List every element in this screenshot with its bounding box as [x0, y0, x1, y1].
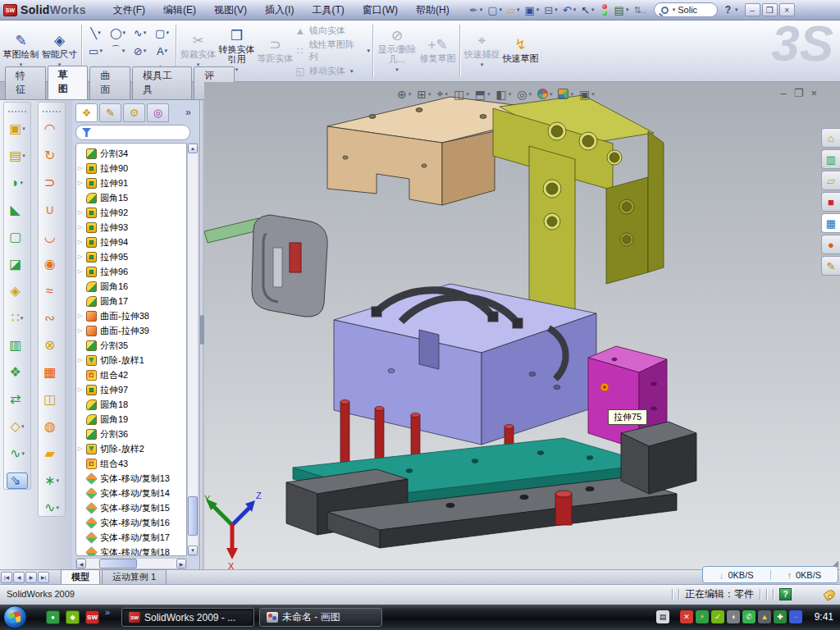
- expand-arrow-icon[interactable]: [78, 268, 86, 275]
- volume-icon[interactable]: ◖: [727, 610, 740, 623]
- start-button[interactable]: [3, 605, 27, 629]
- feature-tree-item[interactable]: 曲面-拉伸39: [76, 323, 186, 338]
- feature-tree-item[interactable]: 圆角19: [76, 412, 186, 427]
- model-assembly[interactable]: Y Z X: [204, 82, 840, 569]
- doc-close-button[interactable]: ×: [810, 87, 817, 99]
- minimize-button[interactable]: –: [745, 3, 760, 16]
- scroll-left-button[interactable]: ◀: [76, 559, 86, 568]
- custom-properties-tab[interactable]: ✎: [821, 256, 840, 276]
- security-alert-icon[interactable]: ✕: [680, 610, 693, 623]
- tag-icon[interactable]: [823, 588, 836, 601]
- wrap-icon[interactable]: ◠ ▾: [44, 121, 59, 137]
- edit-appearance-icon[interactable]: ▾: [537, 89, 553, 99]
- quick-tips-button[interactable]: ?: [779, 588, 792, 600]
- panel-splitter[interactable]: [200, 100, 204, 569]
- expand-arrow-icon[interactable]: [78, 239, 86, 245]
- misc-tool-icon[interactable]: ⇅..: [631, 5, 648, 16]
- expand-arrow-icon[interactable]: [78, 386, 86, 393]
- expand-arrow-icon[interactable]: [78, 357, 86, 363]
- boundary-icon[interactable]: ◡ ▾: [44, 229, 59, 245]
- spline-tool-icon[interactable]: ∿ ▾: [44, 500, 59, 516]
- pin-icon[interactable]: ✒ ▾: [467, 4, 485, 16]
- instant3d-icon[interactable]: ⇘ ▾: [7, 472, 28, 489]
- feature-tree-item[interactable]: 组合42: [76, 368, 186, 382]
- feature-tree-item[interactable]: 圆角16: [76, 279, 186, 294]
- menu-item[interactable]: 工具(T): [303, 1, 353, 20]
- design-checker-icon[interactable]: [601, 4, 608, 16]
- options-list-icon[interactable]: ▤ ▾: [612, 4, 632, 16]
- menu-item[interactable]: 窗口(W): [354, 1, 407, 20]
- expand-arrow-icon[interactable]: [78, 253, 86, 260]
- menu-item[interactable]: 编辑(E): [154, 1, 205, 20]
- feature-tree-item[interactable]: 拉伸93: [76, 220, 186, 235]
- feature-tree-item[interactable]: 拉伸95: [76, 249, 186, 264]
- revolve-icon[interactable]: ↻ ▾: [44, 148, 59, 164]
- part-support-bracket[interactable]: [493, 95, 664, 328]
- appearances-scenes-tab[interactable]: ●: [821, 235, 840, 254]
- feature-tree-item[interactable]: 实体-移动/复制14: [76, 486, 186, 500]
- shield-plus-icon[interactable]: ✚: [774, 610, 787, 623]
- feature-tree-item[interactable]: 分割35: [76, 338, 186, 353]
- zoom-fit-icon[interactable]: ⊕ ▾: [397, 88, 411, 101]
- doc-minimize-button[interactable]: –: [781, 87, 787, 99]
- extrude-boss-icon[interactable]: ▣ ▾: [9, 121, 25, 137]
- select-arrow-icon[interactable]: ↖ ▾: [578, 4, 596, 16]
- dimxpertmanager-tab[interactable]: ◎: [147, 103, 169, 122]
- tree-vertical-scrollbar[interactable]: ▲ ▼: [187, 143, 199, 556]
- combine-icon[interactable]: ❖ ▾: [10, 364, 25, 381]
- expand-arrow-icon[interactable]: [78, 313, 86, 319]
- feature-tree-item[interactable]: 实体-移动/复制18: [76, 545, 186, 556]
- expand-arrow-icon[interactable]: [78, 445, 86, 452]
- spline-icon[interactable]: ∿ ▾: [129, 24, 151, 42]
- feature-tree-item[interactable]: 实体-移动/复制15: [76, 500, 186, 515]
- extrude-cut-icon[interactable]: ▤ ▾: [9, 148, 25, 164]
- menu-item[interactable]: 文件(F): [104, 1, 154, 20]
- intersect-icon[interactable]: ◫ ▾: [43, 391, 60, 408]
- planar-surface-icon[interactable]: ▰ ▾: [45, 445, 59, 462]
- file-explorer-tab[interactable]: ▱: [821, 171, 840, 190]
- taskbar-button-solidworks[interactable]: SW SolidWorks 2009 - ...: [121, 608, 254, 627]
- menu-item[interactable]: 插入(I): [256, 1, 303, 20]
- search-box[interactable]: ▾ Solic: [654, 2, 718, 17]
- commandmanager-tab[interactable]: 曲面: [89, 66, 130, 99]
- apply-scene-icon[interactable]: ▾: [558, 89, 573, 99]
- sw-content-tab[interactable]: ■: [821, 192, 840, 212]
- media-app-icon[interactable]: ◆: [66, 610, 80, 624]
- text-icon[interactable]: A ▾: [151, 42, 173, 60]
- horizontal-scroll-thumb[interactable]: [99, 559, 137, 568]
- ellipse-icon[interactable]: ⊘ ▾: [129, 42, 151, 60]
- rectangle-icon[interactable]: ▭ ▾: [84, 42, 107, 60]
- menu-item[interactable]: 视图(V): [205, 1, 256, 20]
- expand-arrow-icon[interactable]: [78, 165, 86, 171]
- view-orientation-icon[interactable]: ⬒ ▾: [475, 88, 491, 101]
- circle-icon[interactable]: ◯ ▾: [107, 24, 129, 42]
- expand-arrow-icon[interactable]: [78, 327, 86, 334]
- feature-tree-item[interactable]: 拉伸91: [76, 176, 186, 190]
- sweep-icon[interactable]: ⊃ ▾: [44, 175, 59, 191]
- section-view-icon[interactable]: ◫ ▾: [454, 88, 469, 101]
- configurationmanager-tab[interactable]: ⚙: [123, 103, 145, 122]
- display-delete-relations-button[interactable]: ⊘ 显示/删除几...: [376, 23, 418, 79]
- feature-tree-item[interactable]: 圆角18: [76, 397, 186, 412]
- commandmanager-tab[interactable]: 草图: [48, 66, 89, 99]
- feature-tree-item[interactable]: 切除-放样2: [76, 441, 186, 456]
- view-palette-tab[interactable]: ▦: [821, 213, 840, 233]
- resources-home-tab[interactable]: ⌂: [821, 128, 840, 148]
- feature-tree-item[interactable]: 拉伸97: [76, 382, 186, 397]
- linear-pattern-icon[interactable]: ∷ ▾: [11, 310, 24, 326]
- sync-blocked-icon[interactable]: −: [789, 610, 802, 623]
- verified-shield-icon[interactable]: ✓: [711, 610, 724, 623]
- line-icon[interactable]: ╲ ▾: [84, 24, 107, 42]
- magnify-icon[interactable]: ⌖ ▾: [437, 87, 448, 101]
- deform-icon[interactable]: ∾ ▾: [44, 310, 59, 326]
- sheet-nav-button[interactable]: ▶|: [38, 572, 49, 583]
- new-file-icon[interactable]: ▢ ▾: [485, 4, 504, 16]
- feature-tree-item[interactable]: 圆角15: [76, 190, 186, 205]
- flex-icon[interactable]: ≈ ▾: [46, 283, 57, 299]
- scroll-up-button[interactable]: ▲: [188, 144, 198, 153]
- scroll-right-button[interactable]: ▶: [176, 559, 186, 568]
- solidworks-launcher-icon[interactable]: SW: [85, 610, 99, 624]
- open-file-icon[interactable]: ▱ ▾: [504, 4, 523, 16]
- panel-overflow-chevron[interactable]: »: [185, 107, 191, 118]
- split-icon[interactable]: ▥ ▾: [9, 337, 25, 354]
